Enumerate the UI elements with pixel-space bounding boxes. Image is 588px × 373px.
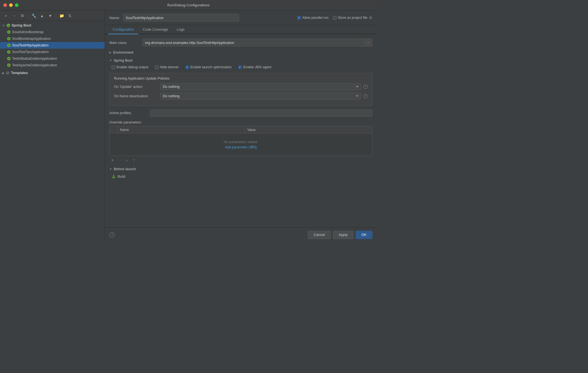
sidebar-group-templates[interactable]: ▶ Templates: [0, 70, 105, 76]
help-button[interactable]: ?: [109, 232, 115, 238]
springboot-group-icon: [6, 23, 10, 28]
ok-button[interactable]: OK: [356, 231, 372, 239]
tab-configuration[interactable]: Configuration: [108, 25, 138, 34]
sidebar-item-testalibabadubbo[interactable]: TestAlibabaDubboApplication: [0, 55, 105, 62]
apply-button[interactable]: Apply: [333, 231, 354, 239]
allow-parallel-label: Allow parallel run: [302, 16, 329, 20]
svg-point-11: [8, 58, 10, 59]
tab-logs[interactable]: Logs: [172, 25, 189, 34]
springboot-section-label: Spring Boot: [114, 58, 133, 62]
allow-parallel-checkbox[interactable]: ✓: [297, 16, 301, 20]
sort-button[interactable]: ⇅: [66, 13, 73, 19]
springboot-group-label: Spring Boot: [12, 23, 31, 27]
sidebar-item-testapachedubbo[interactable]: TestApacheDubboApplication: [0, 62, 105, 69]
override-params-section: Override parameters: Name Value: [109, 120, 372, 163]
up-arrow-icon: ▲: [40, 14, 44, 18]
environment-label: Environment: [113, 50, 133, 54]
name-label: Name:: [109, 16, 120, 20]
store-project-checkbox[interactable]: [333, 16, 337, 20]
springboot-options: Enable debug output Hide banner ✓ Enable…: [109, 65, 372, 69]
move-up-button[interactable]: ▲: [38, 13, 46, 19]
on-update-select[interactable]: Do nothing Update classes and resources …: [160, 83, 361, 90]
wrench-button[interactable]: 🔧: [30, 13, 37, 19]
traffic-lights: [3, 3, 18, 7]
maximize-button[interactable]: [15, 3, 18, 7]
hide-banner-label: Hide banner: [160, 65, 179, 69]
update-policies-title: Running Application Update Policies: [114, 77, 368, 80]
close-button[interactable]: [3, 3, 7, 7]
svg-point-3: [8, 31, 10, 33]
environment-arrow-icon: ▶: [109, 51, 112, 54]
springboot-item-icon: [7, 56, 11, 61]
dots-icon: ···: [367, 41, 370, 44]
add-param-shortcut: (⌘N): [248, 145, 257, 149]
config-header: Name: ✓ Allow parallel run Store as proj…: [105, 10, 377, 25]
allow-parallel-group: ✓ Allow parallel run: [297, 16, 329, 20]
enable-debug-checkbox[interactable]: [112, 65, 115, 69]
springboot-item-icon: [7, 36, 11, 41]
active-profiles-input[interactable]: [150, 109, 372, 117]
folder-button[interactable]: 📁: [58, 13, 65, 19]
sidebar-item-soultesttarsapplication[interactable]: SoulTestTarsApplication: [0, 49, 105, 55]
main-class-label: Main class:: [109, 41, 142, 45]
on-frame-help-icon[interactable]: ?: [363, 94, 368, 98]
sidebar-item-souladminbootstrap[interactable]: SoulAdminBootstrap: [0, 29, 105, 35]
toolbar-separator-2: [56, 14, 56, 18]
toolbar-separator-1: [28, 14, 28, 18]
before-launch-label: Before launch: [114, 167, 136, 171]
tab-logs-label: Logs: [177, 27, 184, 31]
springboot-section: ▼ Spring Boot Enable debug output Hide b…: [109, 58, 372, 163]
add-param-link[interactable]: Add parameter (⌘N): [225, 145, 257, 149]
main-class-input[interactable]: [142, 39, 365, 46]
main-class-browse-button[interactable]: ···: [365, 39, 372, 46]
params-table-header: Name Value: [110, 126, 372, 133]
springboot-item-icon: [7, 43, 11, 48]
params-toolbar: + − ▲ ▼: [109, 157, 372, 163]
on-frame-row: On frame deactivation: Do nothing Update…: [114, 93, 368, 100]
enable-launch-group: ✓ Enable launch optimization: [186, 65, 232, 69]
params-name-header: Name: [120, 128, 129, 132]
sidebar-item-label: SoulTestHttpApplication: [12, 43, 49, 47]
override-params-label: Override parameters:: [109, 120, 372, 124]
params-move-down-button[interactable]: ▼: [131, 157, 137, 163]
springboot-section-header[interactable]: ▼ Spring Boot: [109, 58, 372, 62]
springboot-item-icon: [7, 30, 11, 34]
enable-jmx-checkbox[interactable]: ✓: [238, 65, 242, 69]
add-config-button[interactable]: +: [2, 13, 9, 19]
hide-banner-checkbox[interactable]: [155, 65, 158, 69]
sidebar-item-soultesthttpapplication[interactable]: SoulTestHttpApplication: [0, 42, 105, 49]
params-add-button[interactable]: +: [109, 157, 115, 163]
params-move-up-button[interactable]: ▲: [124, 157, 130, 163]
footer: ? Cancel Apply OK: [105, 227, 377, 242]
svg-point-19: [113, 178, 114, 178]
tab-code-coverage[interactable]: Code Coverage: [138, 25, 172, 34]
cancel-button[interactable]: Cancel: [308, 231, 330, 239]
before-launch-header[interactable]: ▼ Before launch: [109, 167, 372, 171]
sidebar-item-soulbootstrapapplication[interactable]: SoulBootstrapApplication: [0, 35, 105, 42]
remove-config-button[interactable]: −: [10, 13, 18, 19]
params-remove-button[interactable]: −: [116, 157, 123, 163]
folder-icon: 📁: [59, 14, 64, 18]
move-down-button[interactable]: ▼: [47, 13, 54, 19]
gear-icon[interactable]: ⚙: [369, 15, 372, 20]
copy-config-button[interactable]: ⧉: [19, 13, 26, 19]
expand-arrow-icon: ▼: [2, 24, 5, 27]
header-checkboxes: ✓ Allow parallel run Store as project fi…: [297, 15, 372, 20]
sidebar-item-label: SoulBootstrapApplication: [12, 37, 51, 41]
main-window: Run/Debug Configurations + − ⧉ 🔧 ▲: [0, 0, 377, 242]
svg-marker-17: [112, 175, 115, 178]
environment-section-header[interactable]: ▶ Environment: [109, 50, 372, 54]
wrench-icon: 🔧: [31, 14, 36, 18]
sidebar: + − ⧉ 🔧 ▲ ▼ �: [0, 10, 105, 242]
minimize-button[interactable]: [9, 3, 13, 7]
enable-launch-checkbox[interactable]: ✓: [186, 65, 189, 69]
sidebar-group-springboot[interactable]: ▼ Spring Boot: [0, 22, 105, 29]
on-update-help-icon[interactable]: ?: [363, 85, 368, 89]
on-update-row: On 'Update' action: Do nothing Update cl…: [114, 83, 368, 90]
enable-jmx-label: Enable JMX agent: [243, 65, 271, 69]
enable-jmx-group: ✓ Enable JMX agent: [238, 65, 271, 69]
templates-icon: [6, 71, 10, 75]
on-frame-select[interactable]: Do nothing Update classes and resources …: [160, 93, 361, 100]
name-input[interactable]: [123, 14, 239, 22]
on-update-label: On 'Update' action:: [114, 85, 158, 89]
